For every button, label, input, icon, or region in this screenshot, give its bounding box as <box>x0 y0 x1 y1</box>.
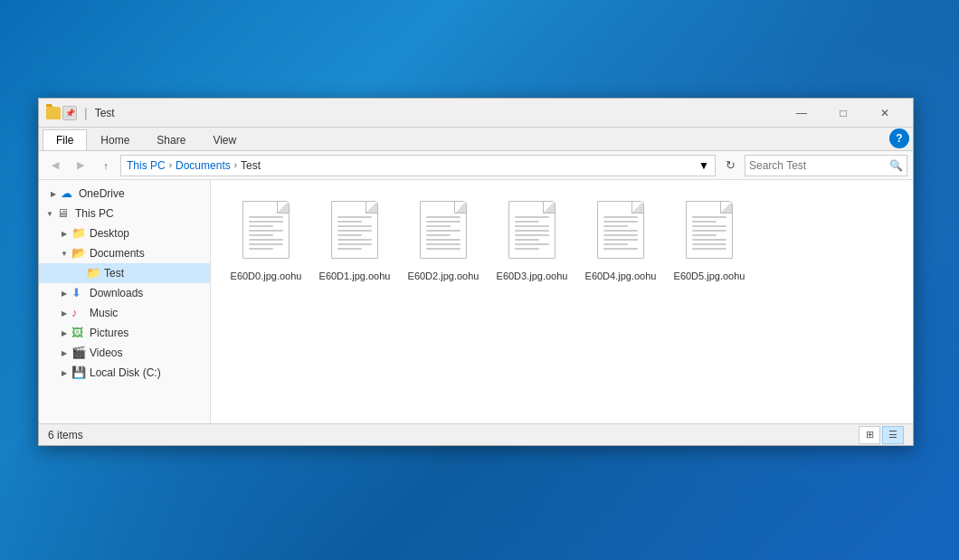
file-icon-2 <box>416 201 470 266</box>
file-item-3[interactable]: E60D3.jpg.oohu <box>491 195 573 289</box>
file-line <box>337 216 372 218</box>
close-button[interactable]: ✕ <box>864 99 906 128</box>
maximize-button[interactable]: □ <box>822 99 864 128</box>
file-lines-2 <box>426 216 461 250</box>
file-line <box>249 225 273 227</box>
documents-folder-icon: 📂 <box>71 246 86 261</box>
file-line <box>249 221 283 223</box>
file-item-4[interactable]: E60D4.jpg.oohu <box>580 195 661 289</box>
file-line <box>515 221 539 223</box>
file-name-5: E60D5.jpg.oohu <box>674 270 745 282</box>
file-line <box>692 225 726 227</box>
tab-view[interactable]: View <box>199 129 250 150</box>
file-line <box>249 248 273 250</box>
view-buttons: ⊞ ☰ <box>859 426 904 444</box>
videos-icon: 🎬 <box>71 346 86 360</box>
tab-home[interactable]: Home <box>87 129 143 150</box>
file-line <box>515 225 549 227</box>
search-input[interactable] <box>749 159 889 172</box>
sidebar-item-music[interactable]: ▶ ♪ Music <box>39 303 210 323</box>
file-line <box>249 230 283 232</box>
breadcrumb-dropdown-arrow[interactable]: ▼ <box>698 159 709 172</box>
sidebar-item-pictures[interactable]: ▶ 🖼 Pictures <box>39 323 210 343</box>
sidebar-item-onedrive[interactable]: ▶ ☁ OneDrive <box>39 184 210 204</box>
file-line <box>249 239 283 241</box>
tab-file[interactable]: File <box>43 129 87 150</box>
sidebar: ▶ ☁ OneDrive ▼ 🖥 This PC ▶ 📁 Desktop ▼ 📂… <box>39 180 211 423</box>
expand-icon: ▼ <box>57 250 71 258</box>
title-separator: | <box>84 106 88 120</box>
file-icon-4 <box>593 201 648 266</box>
file-item-1[interactable]: E60D1.jpg.oohu <box>314 195 395 289</box>
file-line <box>337 234 362 236</box>
tab-share[interactable]: Share <box>143 129 199 150</box>
grid-view-button[interactable]: ⊞ <box>859 426 880 444</box>
file-line <box>426 225 451 227</box>
expand-icon: ▶ <box>57 289 71 298</box>
desktop-folder-icon: 📁 <box>71 226 86 241</box>
sidebar-item-videos[interactable]: ▶ 🎬 Videos <box>39 343 210 363</box>
sidebar-label-downloads: Downloads <box>90 287 143 299</box>
file-lines-3 <box>515 216 549 250</box>
file-line <box>249 234 273 236</box>
file-name-4: E60D4.jpg.oohu <box>585 270 657 282</box>
file-line <box>426 230 461 232</box>
list-view-button[interactable]: ☰ <box>882 426 904 444</box>
file-page-4 <box>597 201 644 259</box>
file-icon-1 <box>328 201 382 266</box>
file-line <box>337 221 362 223</box>
file-page-1 <box>331 201 378 259</box>
expand-icon: ▶ <box>46 190 61 198</box>
breadcrumb-test: Test <box>241 159 261 172</box>
sidebar-item-documents[interactable]: ▼ 📂 Documents <box>39 243 210 263</box>
file-lines-0 <box>249 216 283 250</box>
file-line <box>603 243 628 245</box>
sidebar-item-thispc[interactable]: ▼ 🖥 This PC <box>39 204 210 223</box>
file-item-2[interactable]: E60D2.jpg.oohu <box>403 195 484 289</box>
expand-icon: ▶ <box>57 329 71 337</box>
file-line <box>603 221 638 223</box>
downloads-icon: ⬇ <box>71 286 86 300</box>
expand-icon: ▼ <box>43 210 57 218</box>
sidebar-item-desktop[interactable]: ▶ 📁 Desktop <box>39 223 210 243</box>
refresh-button[interactable]: ↻ <box>719 155 741 176</box>
sidebar-label-onedrive: OneDrive <box>79 187 125 200</box>
sidebar-label-desktop: Desktop <box>90 227 129 240</box>
file-line <box>603 239 638 241</box>
breadcrumb[interactable]: This PC › Documents › Test ▼ <box>120 155 716 176</box>
search-box[interactable]: 🔍 <box>745 155 907 176</box>
file-line <box>692 221 717 223</box>
breadcrumb-documents[interactable]: Documents <box>176 159 231 172</box>
file-line <box>603 230 638 232</box>
sidebar-item-localdisk[interactable]: ▶ 💾 Local Disk (C:) <box>39 363 210 383</box>
minimize-button[interactable]: — <box>781 99 822 128</box>
file-line <box>692 234 717 236</box>
file-line <box>337 230 372 232</box>
sidebar-label-videos: Videos <box>90 346 122 359</box>
up-button[interactable]: ↑ <box>95 155 117 176</box>
music-icon: ♪ <box>71 306 86 320</box>
file-line <box>603 216 638 218</box>
file-icon-0 <box>239 201 293 266</box>
file-line <box>337 239 372 241</box>
back-button[interactable]: ◀ <box>44 155 66 176</box>
file-item-5[interactable]: E60D5.jpg.oohu <box>669 195 750 289</box>
sidebar-label-localdisk: Local Disk (C:) <box>90 366 161 379</box>
search-icon[interactable]: 🔍 <box>889 159 903 172</box>
file-area: E60D0.jpg.oohu <box>211 180 913 423</box>
file-lines-5 <box>692 216 726 250</box>
file-lines-4 <box>603 216 638 250</box>
file-line <box>249 216 283 218</box>
sidebar-item-downloads[interactable]: ▶ ⬇ Downloads <box>39 283 210 303</box>
disk-icon: 💾 <box>71 365 86 380</box>
sidebar-item-test[interactable]: ▶ 📁 Test <box>39 263 210 283</box>
forward-button[interactable]: ▶ <box>70 155 91 176</box>
file-page-0 <box>242 201 290 259</box>
file-line <box>426 221 461 223</box>
file-item-0[interactable]: E60D0.jpg.oohu <box>225 195 307 289</box>
breadcrumb-thispc[interactable]: This PC <box>127 159 166 172</box>
sidebar-label-documents: Documents <box>90 247 145 260</box>
help-button[interactable]: ? <box>889 128 909 148</box>
file-line <box>337 248 362 250</box>
breadcrumb-sep-1: › <box>169 160 172 170</box>
